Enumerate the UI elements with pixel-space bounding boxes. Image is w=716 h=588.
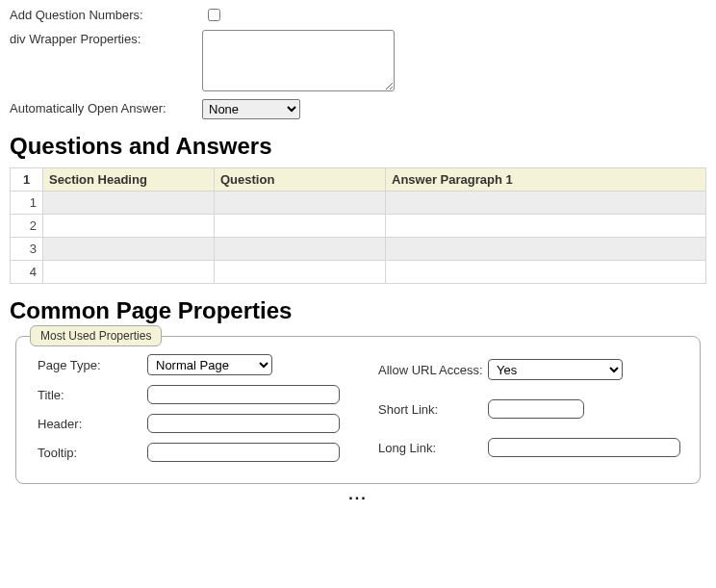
row-number: 4 — [11, 261, 43, 284]
title-label: Title: — [38, 388, 143, 402]
short-link-input[interactable] — [488, 399, 584, 419]
header-label: Header: — [38, 417, 143, 431]
cell-section-heading[interactable] — [43, 238, 215, 261]
table-row: 3 — [11, 238, 706, 261]
div-wrapper-textarea[interactable] — [202, 30, 395, 91]
row-number: 3 — [11, 238, 43, 261]
allow-url-label: Allow URL Access: — [378, 363, 484, 377]
cell-answer[interactable] — [386, 192, 706, 215]
cell-section-heading[interactable] — [43, 192, 215, 215]
auto-open-answer-label: Automatically Open Answer: — [10, 99, 202, 115]
add-question-numbers-row: Add Question Numbers: — [10, 6, 706, 22]
page-type-label: Page Type: — [38, 358, 143, 372]
cell-section-heading[interactable] — [43, 215, 215, 238]
row-number: 1 — [11, 192, 43, 215]
auto-open-answer-select[interactable]: None — [202, 99, 300, 119]
cell-section-heading[interactable] — [43, 261, 215, 284]
qa-corner-cell: 1 — [11, 168, 43, 192]
long-link-input[interactable] — [488, 438, 680, 457]
qa-header-section[interactable]: Section Heading — [43, 168, 215, 192]
cell-answer[interactable] — [386, 215, 706, 238]
props-col-left: Page Type: Normal Page Title: Header: To… — [38, 354, 340, 462]
qa-header-answer[interactable]: Answer Paragraph 1 — [386, 168, 706, 192]
title-input[interactable] — [147, 385, 340, 404]
tooltip-label: Tooltip: — [38, 446, 143, 460]
cell-answer[interactable] — [386, 238, 706, 261]
cell-question[interactable] — [215, 261, 386, 284]
row-number: 2 — [11, 215, 43, 238]
add-question-numbers-label: Add Question Numbers: — [10, 6, 202, 22]
cell-answer[interactable] — [386, 261, 706, 284]
props-col-right: Allow URL Access: Yes Short Link: Long L… — [378, 354, 680, 462]
most-used-fieldset: Most Used Properties Page Type: Normal P… — [15, 336, 701, 484]
header-input[interactable] — [147, 414, 340, 433]
allow-url-select[interactable]: Yes — [488, 359, 623, 380]
cell-question[interactable] — [215, 192, 386, 215]
cell-question[interactable] — [215, 215, 386, 238]
cell-question[interactable] — [215, 238, 386, 261]
div-wrapper-row: div Wrapper Properties: — [10, 30, 706, 91]
div-wrapper-label: div Wrapper Properties: — [10, 30, 202, 46]
ellipsis-indicator[interactable]: ... — [10, 486, 706, 503]
common-heading: Common Page Properties — [10, 297, 706, 324]
table-row: 2 — [11, 215, 706, 238]
qa-header-question[interactable]: Question — [215, 168, 386, 192]
tooltip-input[interactable] — [147, 443, 340, 462]
long-link-label: Long Link: — [378, 441, 484, 455]
add-question-numbers-checkbox[interactable] — [208, 9, 220, 21]
short-link-label: Short Link: — [378, 402, 484, 417]
auto-open-answer-row: Automatically Open Answer: None — [10, 99, 706, 119]
qa-table: 1 Section Heading Question Answer Paragr… — [10, 167, 706, 284]
qa-heading: Questions and Answers — [10, 133, 706, 160]
most-used-legend: Most Used Properties — [30, 325, 162, 346]
table-row: 4 — [11, 261, 706, 284]
table-row: 1 — [11, 192, 706, 215]
page-type-select[interactable]: Normal Page — [147, 354, 272, 375]
